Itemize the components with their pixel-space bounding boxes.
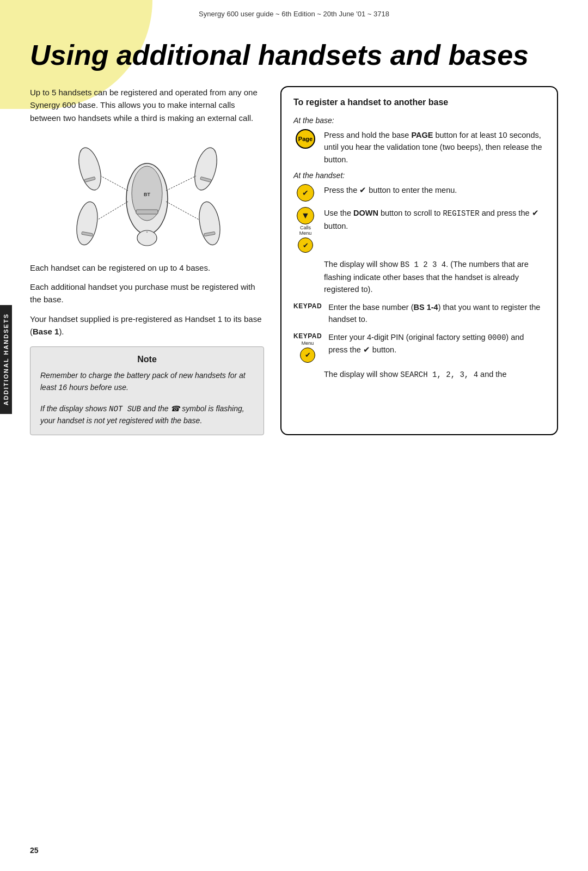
side-tab: ADDITIONAL HANDSETS	[0, 305, 12, 414]
handsets-svg: BT	[54, 139, 240, 248]
below-diagram-text: Each handset can be registered on up to …	[30, 261, 264, 338]
left-column: Up to 5 handsets can be registered and o…	[30, 86, 264, 435]
at-handset-section: At the handset: ✔ Press the ✔ button to …	[293, 171, 545, 381]
at-handset-label: At the handset:	[293, 171, 545, 180]
keypad-base-label: KEYPAD	[293, 301, 322, 310]
checkmark-symbol: ✔	[302, 188, 309, 197]
header-text: Synergy 600 user guide ~ 6th Edition ~ 2…	[199, 10, 389, 18]
intro-text: Up to 5 handsets can be registered and o…	[30, 86, 264, 124]
below-diagram-p1: Each handset can be registered on up to …	[30, 261, 264, 274]
step-down-text: Use the DOWN button to scroll to REGISTE…	[324, 207, 545, 232]
step-display-bs: The display will show BS 1 2 3 4. (The n…	[293, 258, 545, 296]
svg-point-8	[191, 145, 220, 193]
step-keypad-pin-text: Enter your 4-digit PIN (original factory…	[328, 331, 545, 356]
page-icon-label: Page	[298, 136, 313, 142]
svg-line-15	[166, 176, 196, 191]
page-number: 25	[30, 846, 39, 855]
down-calls-icon: ▼ CallsMenu ✔	[297, 207, 314, 253]
step-display-search: The display will show SEARCH 1, 2, 3, 4 …	[293, 368, 545, 381]
step-down-register: ▼ CallsMenu ✔ Use the DOWN button to scr…	[293, 207, 545, 253]
note-box: Note Remember to charge the battery pack…	[30, 346, 264, 435]
svg-line-16	[166, 202, 199, 220]
below-diagram-p2: Each additional handset you purchase mus…	[30, 281, 264, 306]
svg-rect-2	[136, 210, 158, 214]
calls-menu-check-icon: ✔	[298, 237, 313, 253]
svg-point-4	[75, 145, 105, 193]
svg-point-6	[74, 200, 100, 246]
step-display-search-text: The display will show SEARCH 1, 2, 3, 4 …	[324, 368, 545, 381]
keypad-pin-menu-label: Menu	[302, 341, 314, 346]
step-display-bs-text: The display will show BS 1 2 3 4. (The n…	[324, 258, 545, 296]
keypad-menu-icon: KEYPAD Menu ✔	[293, 331, 322, 363]
handsets-diagram: BT	[30, 136, 264, 251]
register-title: To register a handset to another base	[293, 97, 545, 108]
side-tab-label: ADDITIONAL HANDSETS	[3, 313, 9, 405]
menu-check-icon: ✔	[297, 184, 314, 202]
step-menu-text: Press the ✔ button to enter the menu.	[324, 184, 545, 196]
register-box: To register a handset to another base At…	[280, 86, 558, 435]
step-keypad-base: KEYPAD Enter the base number (BS 1-4) th…	[293, 301, 545, 326]
at-base-label: At the base:	[293, 116, 545, 125]
keypad-pin-label: KEYPAD	[293, 331, 322, 340]
svg-line-14	[98, 202, 128, 220]
menu-check-icon-wrapper: ✔	[293, 184, 317, 202]
keypad-pin-check-icon: ✔	[300, 348, 315, 363]
calls-menu-label: CallsMenu	[299, 226, 312, 236]
keypad-base-icon-wrapper: KEYPAD	[293, 301, 322, 310]
down-calls-icon-wrapper: ▼ CallsMenu ✔	[293, 207, 317, 253]
keypad-pin-icon-wrapper: KEYPAD Menu ✔	[293, 331, 322, 363]
note-title: Note	[40, 355, 254, 364]
step-keypad-base-text: Enter the base number (BS 1-4) that you …	[328, 301, 545, 326]
down-arrow-icon: ▼	[297, 207, 314, 224]
svg-line-13	[101, 176, 128, 191]
svg-point-12	[137, 230, 157, 246]
svg-point-10	[196, 200, 223, 246]
below-diagram-p3: Your handset supplied is pre-registered …	[30, 313, 264, 338]
step-keypad-pin: KEYPAD Menu ✔ Enter your 4-digit PIN (or…	[293, 331, 545, 363]
two-column-layout: Up to 5 handsets can be registered and o…	[30, 86, 558, 435]
svg-text:BT: BT	[144, 192, 150, 197]
step-page-text: Press and hold the base PAGE button for …	[324, 129, 545, 166]
page-icon: Page	[296, 129, 315, 149]
page-button-icon: Page	[293, 129, 317, 149]
step-menu-check: ✔ Press the ✔ button to enter the menu.	[293, 184, 545, 202]
note-para-1: Remember to charge the battery pack of n…	[40, 370, 254, 393]
page-header: Synergy 600 user guide ~ 6th Edition ~ 2…	[0, 0, 588, 18]
page-title: Using additional handsets and bases	[30, 40, 558, 71]
note-para-2: If the display shows NOT SUB and the ☎ s…	[40, 403, 254, 427]
at-base-section: At the base: Page Press and hold the bas…	[293, 116, 545, 166]
step-page-button: Page Press and hold the base PAGE button…	[293, 129, 545, 166]
